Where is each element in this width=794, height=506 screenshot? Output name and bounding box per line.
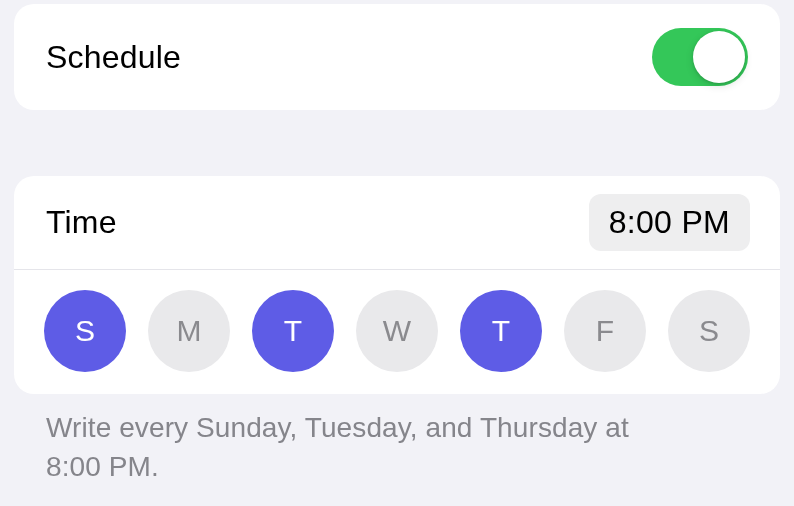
time-picker-value[interactable]: 8:00 PM — [589, 194, 750, 251]
day-thursday[interactable]: T — [460, 290, 542, 372]
schedule-toggle[interactable] — [652, 28, 748, 86]
day-tuesday[interactable]: T — [252, 290, 334, 372]
time-label: Time — [46, 204, 117, 241]
day-wednesday[interactable]: W — [356, 290, 438, 372]
schedule-row: Schedule — [14, 4, 780, 110]
days-row: S M T W T F S — [14, 270, 780, 394]
schedule-label: Schedule — [46, 39, 181, 76]
time-days-card: Time 8:00 PM S M T W T F S — [14, 176, 780, 394]
day-saturday[interactable]: S — [668, 290, 750, 372]
toggle-knob — [693, 31, 745, 83]
day-sunday[interactable]: S — [44, 290, 126, 372]
schedule-summary-text: Write every Sunday, Tuesday, and Thursda… — [14, 394, 780, 486]
time-row: Time 8:00 PM — [14, 176, 780, 270]
day-monday[interactable]: M — [148, 290, 230, 372]
day-friday[interactable]: F — [564, 290, 646, 372]
